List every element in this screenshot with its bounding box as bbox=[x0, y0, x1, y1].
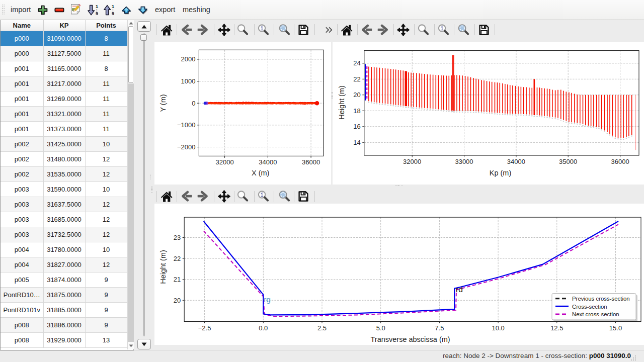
svg-text:36000: 36000 bbox=[611, 158, 629, 165]
svg-text:−2.5: −2.5 bbox=[198, 324, 211, 332]
svg-text:−1000: −1000 bbox=[177, 121, 196, 129]
svg-text:12.5: 12.5 bbox=[550, 324, 563, 332]
svg-text:22: 22 bbox=[353, 75, 360, 83]
svg-text:21: 21 bbox=[174, 276, 181, 283]
svg-text:1: 1 bbox=[96, 4, 98, 9]
svg-text:Kp (m): Kp (m) bbox=[490, 169, 512, 177]
svg-text:10.0: 10.0 bbox=[492, 324, 504, 332]
svg-text:Y (m): Y (m) bbox=[159, 94, 167, 112]
svg-text:rd: rd bbox=[456, 285, 463, 294]
svg-text:18: 18 bbox=[353, 107, 360, 115]
svg-text:Height (m): Height (m) bbox=[338, 85, 346, 120]
svg-text:5.0: 5.0 bbox=[376, 324, 385, 332]
svg-text:X (m): X (m) bbox=[252, 169, 269, 177]
svg-text:34000: 34000 bbox=[259, 158, 277, 166]
svg-text:0: 0 bbox=[192, 100, 195, 107]
svg-text:16: 16 bbox=[353, 123, 360, 130]
svg-text:Previous cross-section: Previous cross-section bbox=[572, 296, 630, 302]
svg-text:−2000: −2000 bbox=[177, 143, 196, 151]
svg-text:Cross-section: Cross-section bbox=[572, 304, 607, 310]
svg-text:Next cross-section: Next cross-section bbox=[572, 311, 619, 317]
svg-text:2.5: 2.5 bbox=[317, 324, 327, 332]
svg-text:34000: 34000 bbox=[507, 158, 525, 165]
svg-text:32000: 32000 bbox=[403, 158, 421, 165]
svg-text:32000: 32000 bbox=[216, 158, 234, 166]
svg-text:23: 23 bbox=[174, 234, 181, 241]
svg-text:9: 9 bbox=[112, 11, 114, 16]
svg-text:20: 20 bbox=[174, 297, 181, 304]
svg-text:36000: 36000 bbox=[302, 158, 320, 166]
svg-text:15.0: 15.0 bbox=[609, 324, 622, 332]
svg-text:9: 9 bbox=[96, 11, 98, 16]
svg-text:1000: 1000 bbox=[181, 77, 195, 85]
svg-text:20: 20 bbox=[353, 91, 360, 99]
svg-text:14: 14 bbox=[353, 139, 360, 146]
svg-text:7.5: 7.5 bbox=[435, 324, 444, 332]
svg-text:rg: rg bbox=[264, 295, 271, 304]
svg-text:22: 22 bbox=[174, 255, 181, 262]
svg-text:24: 24 bbox=[353, 59, 360, 67]
svg-text:33000: 33000 bbox=[455, 158, 473, 165]
svg-text:Height (m): Height (m) bbox=[159, 250, 167, 284]
svg-text:0.0: 0.0 bbox=[259, 324, 268, 332]
svg-text:Transverse abscissa (m): Transverse abscissa (m) bbox=[370, 335, 450, 343]
svg-text:2000: 2000 bbox=[181, 55, 195, 63]
svg-text:1: 1 bbox=[112, 4, 114, 9]
svg-text:35000: 35000 bbox=[559, 158, 577, 165]
